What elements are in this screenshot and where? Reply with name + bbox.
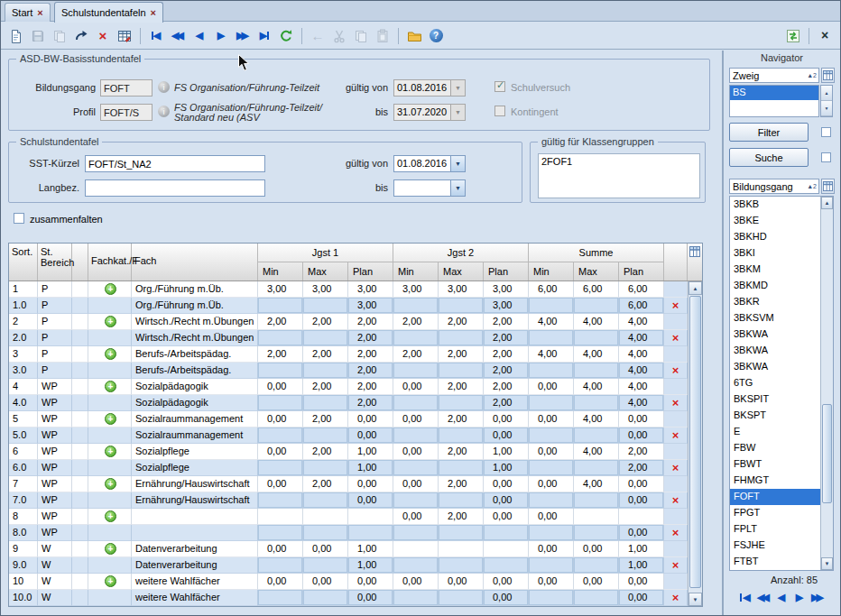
cell-jgst1-plan[interactable]: 2,00: [348, 314, 393, 330]
cell-jgst2-max[interactable]: 3,00: [439, 281, 484, 298]
cell-jgst1-max[interactable]: [303, 298, 348, 314]
tab-start[interactable]: Start ×: [5, 3, 51, 22]
delete-row-button[interactable]: ×: [672, 495, 679, 506]
bildungsgang-item[interactable]: FHMGT: [730, 473, 821, 489]
cell-summe-max[interactable]: 4,00: [574, 444, 619, 460]
cell-sort[interactable]: 6.0: [9, 460, 38, 476]
cell-summe-max[interactable]: [574, 330, 619, 346]
cell-jgst1-min[interactable]: 3,00: [258, 281, 303, 298]
cell-jgst1-plan[interactable]: 2,00: [348, 363, 393, 379]
bildungsgang-item[interactable]: 3BKR: [730, 294, 821, 310]
cell-jgst1-max[interactable]: [303, 428, 348, 444]
undo-icon[interactable]: [71, 26, 91, 46]
cell-jgst1-plan[interactable]: 1,00: [348, 557, 393, 574]
cell-summe-min[interactable]: [529, 330, 574, 346]
cell-summe-plan[interactable]: 1,00: [619, 557, 664, 574]
bildungsgang-item[interactable]: 6TG: [730, 375, 821, 391]
cell-jgst1-plan[interactable]: 0,00: [348, 411, 393, 428]
delete-row-button[interactable]: ×: [672, 593, 679, 603]
zusammenfalten-checkbox[interactable]: [14, 213, 24, 224]
cell-jgst1-max[interactable]: [303, 590, 348, 606]
nav-first-icon[interactable]: ◀: [146, 26, 166, 46]
scroll-down-icon[interactable]: ▼: [821, 101, 832, 116]
suche-button[interactable]: Suche: [729, 148, 809, 167]
cell-st-bereich[interactable]: W: [38, 574, 72, 590]
cell-jgst1-plan[interactable]: 2,00: [348, 346, 393, 363]
tafel-gueltig-von-combo[interactable]: 01.08.2016 ▼: [393, 155, 466, 172]
cell-jgst2-min[interactable]: [393, 525, 439, 541]
cell-fach[interactable]: Wirtsch./Recht m.Übungen: [132, 314, 258, 330]
cell-jgst2-max[interactable]: 0,00: [439, 574, 484, 590]
cell-sort[interactable]: 7.0: [9, 492, 38, 509]
cell-summe-max[interactable]: [574, 557, 619, 574]
cell-jgst1-max[interactable]: [303, 363, 348, 379]
cell-st-bereich[interactable]: P: [38, 298, 72, 314]
nav-first-button[interactable]: ◀: [738, 590, 753, 604]
cell-jgst2-min[interactable]: 0,00: [393, 509, 439, 525]
col-header-st-bereich[interactable]: St.Bereich: [38, 244, 72, 280]
cell-summe-min[interactable]: 0,00: [529, 444, 574, 460]
cell-jgst2-max[interactable]: [439, 541, 484, 557]
cell-jgst1-min[interactable]: 0,00: [258, 379, 303, 395]
cell-jgst1-min[interactable]: [258, 395, 303, 411]
cell-jgst1-min[interactable]: [258, 590, 303, 606]
cell-jgst2-plan[interactable]: 2,00: [484, 346, 529, 363]
cell-jgst1-min[interactable]: [258, 363, 303, 379]
cell-jgst1-min[interactable]: 2,00: [258, 346, 303, 363]
cell-summe-min[interactable]: [529, 557, 574, 574]
cell-jgst2-plan[interactable]: 1,00: [484, 460, 529, 476]
cell-jgst1-plan[interactable]: 1,00: [348, 541, 393, 557]
cell-sort[interactable]: 4: [9, 379, 38, 395]
cell-summe-min[interactable]: 4,00: [529, 314, 574, 330]
add-fach-button[interactable]: +: [105, 575, 116, 587]
cell-jgst2-min[interactable]: [393, 460, 439, 476]
cell-summe-plan[interactable]: 1,00: [619, 541, 664, 557]
cell-fach[interactable]: weitere Wahlfächer: [132, 574, 258, 590]
bildungsgang-item[interactable]: FSJHE: [730, 538, 821, 554]
cell-jgst2-plan[interactable]: 3,00: [484, 298, 529, 314]
bildungsgang-item[interactable]: 3BKWA: [730, 359, 821, 375]
cell-summe-plan[interactable]: 0,00: [619, 574, 664, 590]
cell-summe-max[interactable]: [574, 428, 619, 444]
delete-row-button[interactable]: ×: [672, 430, 679, 441]
cell-jgst2-max[interactable]: 2,00: [439, 346, 484, 363]
cell-jgst2-min[interactable]: 0,00: [393, 476, 439, 492]
cell-summe-plan[interactable]: 4,00: [619, 363, 664, 379]
col-header-fachkat[interactable]: Fachkat./F: [88, 244, 132, 280]
add-fach-button[interactable]: +: [105, 348, 116, 360]
add-fach-button[interactable]: +: [105, 413, 116, 425]
zweig-scrollbar[interactable]: ▲ ▼: [820, 85, 833, 117]
cell-sort[interactable]: 4.0: [9, 395, 38, 411]
cell-summe-plan[interactable]: 0,00: [619, 476, 664, 492]
cell-summe-plan[interactable]: 4,00: [619, 314, 664, 330]
delete-row-button[interactable]: ×: [672, 333, 679, 344]
cell-jgst2-min[interactable]: 0,00: [393, 444, 439, 460]
cell-jgst1-max[interactable]: 3,00: [303, 281, 348, 298]
table-vertical-scrollbar[interactable]: ▲ ▼: [688, 281, 702, 606]
cell-jgst1-min[interactable]: [258, 509, 303, 525]
cell-fach[interactable]: Sozialraummanagement: [132, 428, 258, 444]
cell-summe-plan[interactable]: 4,00: [619, 330, 664, 346]
sst-kuerzel-input[interactable]: [85, 155, 265, 172]
cell-summe-min[interactable]: 6,00: [529, 281, 574, 298]
cell-jgst1-plan[interactable]: 2,00: [348, 330, 393, 346]
nav-fast-prev-button[interactable]: ◀◀: [756, 590, 772, 604]
cell-fach[interactable]: Datenverarbeitung: [132, 541, 258, 557]
cell-jgst1-plan[interactable]: 0,00: [348, 476, 393, 492]
col-header-plan-1[interactable]: Plan: [348, 262, 393, 280]
filter-button[interactable]: Filter: [729, 123, 809, 142]
cell-jgst2-min[interactable]: 0,00: [393, 411, 439, 428]
cell-jgst2-min[interactable]: 2,00: [393, 346, 439, 363]
cell-st-bereich[interactable]: WP: [38, 428, 72, 444]
cell-summe-min[interactable]: 0,00: [529, 541, 574, 557]
delete-row-button[interactable]: ×: [672, 463, 679, 473]
cell-summe-min[interactable]: 0,00: [529, 574, 574, 590]
cell-summe-min[interactable]: [529, 298, 574, 314]
zweig-column-chooser-button[interactable]: [821, 68, 835, 83]
cell-jgst1-max[interactable]: [303, 395, 348, 411]
bildungsgang-column-chooser-button[interactable]: [821, 179, 835, 194]
cell-jgst1-min[interactable]: 0,00: [258, 541, 303, 557]
cell-fach[interactable]: Sozialpädagogik: [132, 395, 258, 411]
cell-fach[interactable]: Org./Führung m.Üb.: [132, 298, 258, 314]
col-header-max-3[interactable]: Max: [574, 262, 619, 280]
